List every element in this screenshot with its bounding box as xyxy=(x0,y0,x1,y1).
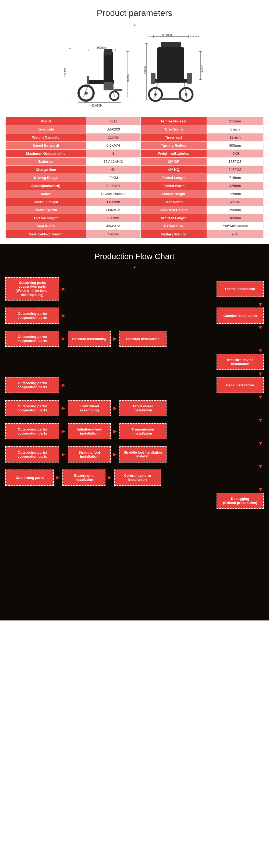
param-value2: 325mm xyxy=(207,182,263,190)
flow-box-frontwheel-inst: Front wheel installation xyxy=(120,400,167,416)
flow-row-2: Outsorcing parts\ cooperation parts ► Cu… xyxy=(5,308,264,324)
param-value2: 12 inch xyxy=(207,133,263,142)
flow-row-1: Outsorcing parts\ cooperation parts(Weld… xyxy=(5,277,264,301)
params-chevron[interactable]: ⌄ xyxy=(5,21,264,27)
svg-line-46 xyxy=(155,83,157,98)
flow-chevron[interactable]: ⌄ xyxy=(5,263,264,269)
table-row: Speed(backward) 0-3KM/H Folded Width 325… xyxy=(6,182,264,190)
arrow-7a: ► xyxy=(61,428,66,435)
param-value: 0-6KM/H xyxy=(86,142,140,150)
flow-box-straddle-inst: Straddle foot installation installati xyxy=(120,446,167,463)
flow-row-5: Outsorcing parts\ cooperation parts ► Ba… xyxy=(5,377,264,393)
product-params-section: Product parameters ⌄ 470mm 60/62CM 300mm xyxy=(0,0,269,244)
param-value: BZ-6203 xyxy=(86,125,140,133)
param-value: 120KG xyxy=(86,133,140,142)
wheelchair-front-svg: 43-45cm 380mm 930mm xyxy=(142,33,207,111)
arrow-6b: ► xyxy=(112,405,118,412)
arrow-7b: ► xyxy=(112,428,118,435)
param-value: 12V 12AH*2 xyxy=(86,158,140,166)
arrow-6a: ► xyxy=(61,405,66,412)
down-arrow-6: ▼ xyxy=(5,417,264,423)
param-value2: 40KG xyxy=(207,150,263,158)
wheelchair-front-view: 43-45cm 380mm 930mm xyxy=(142,33,207,112)
table-row: Seat-to-Floor Height 470mm Battery Weigh… xyxy=(6,230,264,238)
svg-line-17 xyxy=(113,84,114,97)
flow-box-handrail-inst: Handrail installation xyxy=(120,331,167,347)
arrow-3a: ► xyxy=(61,335,66,342)
table-row: Driving Range 20KM Folded Length 715mm xyxy=(6,174,264,182)
flow-layout: Outsorcing parts\ cooperation parts(Weld… xyxy=(5,277,264,509)
table-row: Seat Width 43/45CM Carton Size 730*340*7… xyxy=(6,222,264,230)
flow-row-7: Outsorcing parts\ cooperation parts ► In… xyxy=(5,423,264,439)
param-label: Seat Width xyxy=(6,222,86,230)
param-label: Motor xyxy=(6,190,86,198)
param-value: 43/45CM xyxy=(86,222,140,230)
param-label: Speed (forward) xyxy=(6,142,86,150)
svg-rect-42 xyxy=(157,48,184,80)
flow-box-battery: Battery unit installation xyxy=(62,469,105,486)
svg-point-51 xyxy=(185,93,188,96)
table-row: Charge time 6h 40° HQ 345PCS xyxy=(6,166,264,174)
param-value2: 390mm xyxy=(207,206,263,214)
svg-text:43-45cm: 43-45cm xyxy=(161,33,172,36)
table-row: Overall Width 60/62CM Backrest Height 39… xyxy=(6,206,264,214)
table-row: Batteries 12V 12AH*2 20° GP 168PCS xyxy=(6,158,264,166)
param-label: Weight Capacity xyxy=(6,133,86,142)
param-value2: 8 inch xyxy=(207,125,263,133)
flow-box-outsorcing-7: Outsorcing parts\ cooperation parts xyxy=(5,423,59,439)
param-value: DC24V 250W*2 xyxy=(86,190,140,198)
table-row: Brand BEIZ Armrest-to-seat 215mm xyxy=(6,117,264,125)
flow-box-outsorcing-1: Outsorcing parts\ cooperation parts(Weld… xyxy=(5,277,59,301)
flow-box-cushion: Cushion installation xyxy=(216,308,264,324)
svg-text:60/62CM: 60/62CM xyxy=(92,104,102,107)
svg-rect-43 xyxy=(155,79,187,83)
arrow-9b: ► xyxy=(107,474,113,481)
svg-rect-45 xyxy=(187,73,192,84)
product-params-title: Product parameters xyxy=(5,8,264,18)
wheelchair-side-view: 470mm 60/62CM 300mm xyxy=(62,35,132,112)
arrow-9a: ► xyxy=(55,474,61,481)
param-value2: 725mm xyxy=(207,190,263,198)
param-label2: Tires(front) xyxy=(140,125,207,133)
svg-rect-22 xyxy=(104,82,113,90)
flow-box-outsorcing-9: Outsorcing parts xyxy=(5,469,54,486)
param-value2: 215mm xyxy=(207,117,263,125)
param-label: Overall Lenght xyxy=(6,198,86,206)
table-row: Motor DC24V 250W*2 Folded Height 725mm xyxy=(6,190,264,198)
svg-text:300mm: 300mm xyxy=(97,46,106,49)
svg-rect-15 xyxy=(104,49,112,55)
param-label2: Armrest-to-seat xyxy=(140,117,207,125)
arrow-8b: ► xyxy=(112,451,118,458)
param-label: Overall Width xyxy=(6,206,86,214)
table-row: Overall Lenght 1100mm Seat Depth 45CM xyxy=(6,198,264,206)
param-value: 8 xyxy=(86,150,140,158)
svg-line-47 xyxy=(184,83,187,98)
down-arrow-5: ▼ xyxy=(5,394,264,400)
flow-box-initiative: Initiative wheel installation xyxy=(68,423,111,439)
flow-box-handrail-asm: Handrail assembling xyxy=(68,331,111,347)
param-value2: 715mm xyxy=(207,174,263,182)
param-value: BEIZ xyxy=(86,117,140,125)
param-label: Seat-to-Floor Height xyxy=(6,230,86,238)
arrow-2: ► xyxy=(61,312,66,319)
param-label2: Folded Width xyxy=(140,182,207,190)
param-label2: Backrest Height xyxy=(140,206,207,214)
svg-point-49 xyxy=(154,93,157,96)
param-label2: 20° GP xyxy=(140,158,207,166)
svg-text:930mm: 930mm xyxy=(144,66,146,74)
svg-rect-52 xyxy=(160,98,181,100)
arrow-8a: ► xyxy=(61,451,66,458)
flow-box-outsorcing-5: Outsorcing parts\ cooperation parts xyxy=(5,377,59,393)
param-label: Overall Height xyxy=(6,214,86,222)
flow-title: Production Flow Chart xyxy=(5,252,264,261)
param-label2: Battery Weight xyxy=(140,230,207,238)
flow-row-8: Outsorcing parts\ cooperation parts ► St… xyxy=(5,446,264,463)
param-label2: Weight w/Batteries xyxy=(140,150,207,158)
param-value: 6h xyxy=(86,166,140,174)
param-label: Batteries xyxy=(6,158,86,166)
down-arrow-7: ▼ xyxy=(5,440,264,446)
down-arrow-3: ▼ xyxy=(5,348,264,353)
param-label2: Folded Length xyxy=(140,174,207,182)
param-label: Speed(backward) xyxy=(6,182,86,190)
svg-rect-14 xyxy=(87,75,89,84)
